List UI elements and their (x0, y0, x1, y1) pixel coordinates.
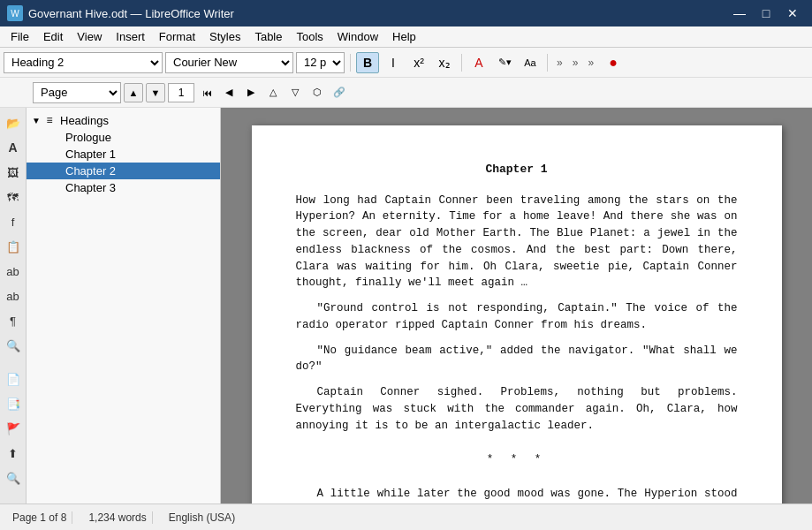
menu-table[interactable]: Table (247, 28, 289, 45)
nav-btn-6[interactable]: ⬡ (307, 83, 327, 102)
highlight-button[interactable]: ✎▾ (493, 52, 516, 73)
statusbar: Page 1 of 8 1,234 words English (USA) (0, 504, 812, 530)
menu-insert[interactable]: Insert (109, 28, 152, 45)
sidebar-icon-find[interactable]: 🔍 (2, 334, 25, 357)
window-title: Governant Hive.odt — LibreOffice Writer (28, 7, 727, 20)
chapter3-label: Chapter 3 (65, 181, 116, 194)
minimize-button[interactable]: — (727, 4, 752, 23)
menu-edit[interactable]: Edit (36, 28, 70, 45)
headings-toggle[interactable]: ▼ (30, 114, 42, 126)
font-size-selector[interactable]: 12 pt (296, 52, 345, 73)
paragraph4: Captain Conner sighed. Problems, nothing… (296, 384, 738, 434)
sidebar-icons: 📂 A 🖼 🗺 f 📋 ab ab ¶ 🔍 📄 📑 🚩 ⬆ 🔍 (0, 108, 27, 504)
separator: * * * (296, 451, 738, 468)
paragraph5: A little while later the good mood was g… (296, 486, 738, 504)
font-selector[interactable]: Courier New (165, 52, 293, 73)
page-info: Page 1 of 8 (7, 511, 72, 524)
document-area[interactable]: Chapter 1 How long had Captain Conner be… (221, 108, 812, 504)
sidebar-icon-manage[interactable]: 📋 (2, 235, 25, 258)
page-number-input[interactable] (168, 83, 194, 102)
nav-btn-4[interactable]: △ (263, 83, 283, 102)
sidebar-icon-para[interactable]: ab (2, 284, 25, 307)
tree-headings[interactable]: ▼ ≡ Headings (27, 111, 220, 129)
chapter-title: Chapter 1 (296, 161, 738, 178)
titlebar: W Governant Hive.odt — LibreOffice Write… (0, 0, 812, 26)
separator3 (547, 54, 548, 72)
menu-window[interactable]: Window (330, 28, 385, 45)
menu-view[interactable]: View (70, 28, 109, 45)
tree-chapter1[interactable]: Chapter 1 (27, 146, 220, 163)
tree-prologue[interactable]: Prologue (27, 129, 220, 146)
close-button[interactable]: ✕ (780, 4, 805, 23)
paragraph1: How long had Captain Conner been traveli… (296, 193, 738, 292)
formatting-toolbar: Heading 2 Courier New 12 pt B I x² x₂ A … (0, 48, 812, 78)
sidebar-icon-misc2[interactable]: 📑 (2, 392, 25, 415)
headings-icon: ≡ (42, 113, 57, 127)
menubar: File Edit View Insert Format Styles Tabl… (0, 26, 812, 48)
more-buttons-3[interactable]: » (584, 57, 597, 69)
paragraph2: "Ground control is not responding, Capta… (296, 300, 738, 334)
sidebar-icon-misc3[interactable]: 🚩 (2, 417, 25, 440)
sidebar-icon-misc5[interactable]: 🔍 (2, 466, 25, 489)
menu-file[interactable]: File (4, 28, 36, 45)
sidebar-icon-open[interactable]: 📂 (2, 111, 25, 134)
language-indicator: English (USA) (163, 511, 240, 524)
menu-format[interactable]: Format (152, 28, 202, 45)
prev-page-button[interactable]: ▲ (124, 83, 143, 102)
char-format-button[interactable]: Aa (519, 52, 542, 73)
tree-chapter3[interactable]: Chapter 3 (27, 179, 220, 196)
sidebar-icon-misc4[interactable]: ⬆ (2, 442, 25, 465)
italic-button[interactable]: I (382, 52, 405, 73)
maximize-button[interactable]: □ (754, 4, 778, 23)
more-buttons-1[interactable]: » (553, 57, 566, 69)
menu-help[interactable]: Help (385, 28, 423, 45)
prologue-label: Prologue (65, 131, 111, 144)
sidebar-icon-gallery[interactable]: 🖼 (2, 161, 25, 184)
subscript-button[interactable]: x₂ (433, 52, 456, 73)
page-selector[interactable]: Page (33, 82, 121, 103)
sidebar-icon-styles2[interactable]: ab (2, 260, 25, 283)
bold-button[interactable]: B (356, 52, 379, 73)
main-layout: 📂 A 🖼 🗺 f 📋 ab ab ¶ 🔍 📄 📑 🚩 ⬆ 🔍 ▼ ≡ Head… (0, 108, 812, 504)
nav-btn-5[interactable]: ▽ (285, 83, 305, 102)
sidebar-icon-functions[interactable]: f (2, 210, 25, 233)
superscript-button[interactable]: x² (407, 52, 430, 73)
sidebar-toggle[interactable]: ● (600, 52, 626, 73)
tree-chapter2[interactable]: Chapter 2 (27, 163, 220, 179)
font-color-button[interactable]: A (467, 52, 490, 73)
separator1 (350, 54, 351, 72)
sidebar-icon-navigator[interactable]: 🗺 (2, 186, 25, 208)
sidebar-icon-misc1[interactable]: 📄 (2, 367, 25, 390)
menu-styles[interactable]: Styles (202, 28, 247, 45)
window-controls: — □ ✕ (727, 4, 805, 23)
next-page-button[interactable]: ▼ (146, 83, 165, 102)
separator2 (461, 54, 462, 72)
nav-btn-2[interactable]: ◀ (219, 83, 239, 102)
chapter1-label: Chapter 1 (65, 148, 116, 161)
sidebar-icon-char[interactable]: ¶ (2, 309, 25, 332)
style-selector[interactable]: Heading 2 (4, 52, 163, 73)
drag-mode-button[interactable]: 🔗 (330, 83, 349, 102)
headings-label: Headings (60, 114, 109, 127)
word-count: 1,234 words (83, 511, 152, 524)
sidebar-icon-styles[interactable]: A (2, 136, 25, 159)
app-icon: W (7, 5, 23, 21)
navigator-panel: ▼ ≡ Headings Prologue Chapter 1 Chapter … (27, 108, 221, 504)
menu-tools[interactable]: Tools (289, 28, 330, 45)
navigator-toolbar: Page ▲ ▼ ⏮ ◀ ▶ △ ▽ ⬡ 🔗 (0, 78, 812, 108)
nav-tree: ▼ ≡ Headings Prologue Chapter 1 Chapter … (27, 108, 220, 504)
nav-btn-1[interactable]: ⏮ (197, 83, 216, 102)
more-buttons-2[interactable]: » (569, 57, 582, 69)
nav-btn-3[interactable]: ▶ (241, 83, 261, 102)
paragraph3: "No guidance beam active," added the nav… (296, 343, 738, 376)
document-page[interactable]: Chapter 1 How long had Captain Conner be… (252, 125, 782, 504)
chapter2-label: Chapter 2 (65, 164, 116, 178)
